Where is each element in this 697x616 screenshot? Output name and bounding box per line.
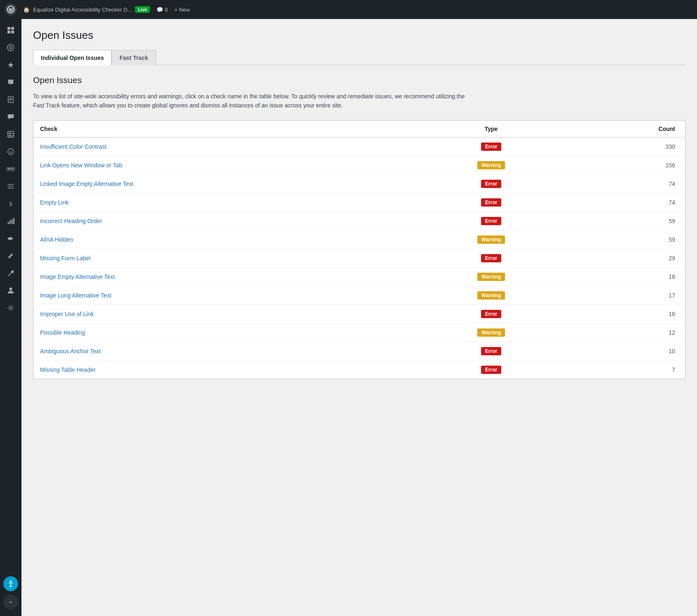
count-cell: 16 — [565, 304, 685, 323]
table-row: Improper Use of LinkError16 — [33, 304, 685, 323]
sidebar-item-menu[interactable] — [1, 178, 20, 194]
count-cell: 18 — [565, 267, 685, 286]
type-badge: Error — [481, 310, 501, 318]
type-cell: Error — [417, 360, 565, 379]
count-cell: 10 — [565, 342, 685, 360]
table-row: Insufficient Color ContrastError330 — [33, 137, 685, 156]
type-cell: Error — [417, 174, 565, 193]
section-title: Open Issues — [33, 75, 685, 85]
sidebar-item-table[interactable] — [1, 126, 20, 142]
table-row: Missing Table HeaderError7 — [33, 360, 685, 379]
sidebar-item-dashboard[interactable] — [1, 22, 20, 38]
count-cell: 59 — [565, 230, 685, 249]
col-header-type: Type — [417, 120, 565, 137]
check-cell: Missing Table Header — [33, 360, 417, 379]
page-title: Open Issues — [33, 29, 685, 42]
tabs-container: Individual Open Issues Fast Track — [33, 50, 685, 65]
svg-rect-3 — [11, 27, 14, 30]
adminbar-site[interactable]: 🏠 Equalize Digital Accessibility Checker… — [23, 6, 150, 13]
check-link[interactable]: Missing Table Header — [40, 366, 95, 373]
type-cell: Warning — [417, 267, 565, 286]
count-cell: 330 — [565, 137, 685, 156]
check-link[interactable]: ARIA Hidden — [40, 236, 73, 243]
adminbar-comments[interactable]: 💬 0 — [156, 7, 168, 13]
count-cell: 156 — [565, 156, 685, 174]
description-text: To view a list of site-wide accessibilit… — [33, 92, 471, 110]
check-link[interactable]: Empty Link — [40, 199, 69, 206]
wp-logo[interactable]: W — [5, 4, 17, 15]
check-link[interactable]: Missing Form Label — [40, 255, 90, 262]
svg-point-30 — [9, 307, 12, 309]
type-badge: Error — [481, 180, 501, 188]
type-cell: Error — [417, 304, 565, 323]
col-header-count: Count — [565, 120, 685, 137]
svg-rect-27 — [13, 218, 14, 224]
svg-point-7 — [9, 46, 12, 49]
admin-bar: W 🏠 Equalize Digital Accessibility Check… — [0, 0, 697, 19]
type-badge: Warning — [477, 161, 505, 169]
type-cell: Error — [417, 249, 565, 267]
check-link[interactable]: Ambiguous Anchor Text — [40, 348, 101, 354]
type-badge: Warning — [477, 291, 505, 300]
check-link[interactable]: Incorrect Heading Order — [40, 218, 102, 224]
sidebar-item-collapse[interactable] — [3, 595, 18, 609]
main-layout: S WOO $ — [0, 19, 697, 616]
sidebar-item-analytics[interactable] — [1, 213, 20, 229]
count-cell: 17 — [565, 286, 685, 304]
svg-point-29 — [9, 288, 12, 290]
type-badge: Error — [481, 254, 501, 262]
sidebar-item-seo[interactable]: S — [1, 144, 20, 159]
svg-text:$: $ — [9, 201, 12, 207]
sidebar-item-accessibility[interactable] — [3, 576, 18, 591]
tab-individual-open-issues[interactable]: Individual Open Issues — [33, 50, 111, 65]
type-badge: Error — [481, 347, 501, 355]
sidebar-item-wrench[interactable] — [1, 265, 20, 281]
svg-text:W: W — [9, 7, 13, 12]
type-cell: Warning — [417, 286, 565, 304]
sidebar-item-users[interactable] — [1, 283, 20, 298]
table-row: Image Empty Alternative TextWarning18 — [33, 267, 685, 286]
type-cell: Error — [417, 342, 565, 360]
sidebar-item-dollar[interactable]: $ — [1, 196, 20, 212]
sidebar-item-feedback[interactable] — [1, 74, 20, 90]
count-cell: 74 — [565, 193, 685, 212]
sidebar-item-comments[interactable] — [1, 109, 20, 125]
check-link[interactable]: Improper Use of Link — [40, 311, 94, 317]
type-badge: Warning — [477, 328, 505, 337]
sidebar-item-equalize[interactable] — [1, 40, 20, 55]
table-row: ARIA HiddenWarning59 — [33, 230, 685, 249]
type-cell: Warning — [417, 323, 565, 342]
sidebar-item-pin[interactable] — [1, 57, 20, 73]
adminbar-new[interactable]: + New — [174, 7, 190, 13]
count-cell: 74 — [565, 174, 685, 193]
check-cell: Empty Link — [33, 193, 417, 212]
new-label: + New — [174, 7, 190, 13]
tab-fast-track[interactable]: Fast Track — [111, 50, 156, 65]
home-icon: 🏠 — [23, 7, 30, 13]
check-cell: Link Opens New Window or Tab — [33, 156, 417, 174]
sidebar-item-settings[interactable] — [1, 300, 20, 316]
type-badge: Error — [481, 198, 501, 207]
check-link[interactable]: Link Opens New Window or Tab — [40, 162, 122, 169]
svg-rect-26 — [12, 219, 13, 224]
check-link[interactable]: Insufficient Color Contrast — [40, 143, 107, 150]
count-cell: 29 — [565, 249, 685, 267]
sidebar-item-pencil[interactable] — [1, 248, 20, 264]
check-cell: Improper Use of Link — [33, 304, 417, 323]
svg-text:S: S — [9, 150, 12, 154]
table-row: Empty LinkError74 — [33, 193, 685, 212]
svg-rect-12 — [8, 131, 14, 137]
sidebar-item-pages[interactable] — [1, 92, 20, 107]
check-link[interactable]: Image Long Alternative Text — [40, 292, 111, 299]
check-link[interactable]: Linked Image Empty Alternative Text — [40, 181, 133, 187]
table-row: Image Long Alternative TextWarning17 — [33, 286, 685, 304]
sidebar-item-marketing[interactable] — [1, 231, 20, 246]
type-cell: Error — [417, 137, 565, 156]
sidebar-item-woo[interactable]: WOO — [1, 161, 20, 177]
check-link[interactable]: Possible Heading — [40, 329, 85, 336]
issues-table: Check Type Count Insufficient Color Cont… — [33, 120, 685, 379]
check-cell: Incorrect Heading Order — [33, 212, 417, 230]
check-cell: Possible Heading — [33, 323, 417, 342]
check-link[interactable]: Image Empty Alternative Text — [40, 274, 115, 280]
check-cell: Missing Form Label — [33, 249, 417, 267]
